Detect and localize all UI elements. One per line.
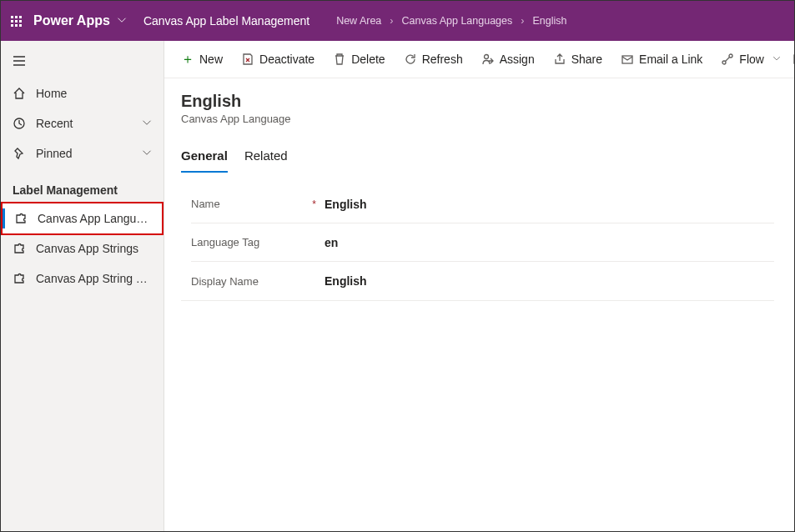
tab-general[interactable]: General — [181, 143, 228, 173]
deactivate-icon — [241, 53, 254, 66]
form: Name * English Language Tag en Display N… — [181, 185, 774, 301]
app-subtitle: Canvas App Label Management — [143, 14, 309, 28]
field-language-tag[interactable]: Language Tag en — [191, 223, 774, 262]
chevron-down-icon — [142, 117, 152, 130]
breadcrumb-item[interactable]: Canvas App Languages — [402, 15, 513, 27]
trash-icon — [333, 53, 346, 66]
sidebar-item-label: Pinned — [36, 147, 132, 160]
required-indicator: * — [312, 198, 316, 210]
breadcrumb-item[interactable]: English — [532, 15, 566, 27]
field-value: English — [325, 198, 367, 211]
command-label: Deactivate — [259, 53, 314, 66]
sidebar-item-home[interactable]: Home — [1, 78, 164, 108]
flow-button[interactable]: Flow — [712, 48, 789, 71]
puzzle-icon — [14, 212, 28, 225]
sidebar-item-strings[interactable]: Canvas App Strings — [1, 233, 164, 263]
assign-icon — [481, 53, 495, 66]
highlight-annotation: Canvas App Languag… — [1, 202, 164, 235]
puzzle-icon — [13, 242, 26, 255]
command-label: Flow — [739, 53, 764, 66]
flow-icon — [721, 53, 734, 66]
field-name[interactable]: Name * English — [191, 185, 774, 223]
home-icon — [13, 87, 26, 100]
tabs: General Related — [181, 143, 774, 173]
pin-icon — [13, 147, 26, 160]
breadcrumb-item[interactable]: New Area — [336, 15, 381, 27]
share-icon — [553, 53, 566, 66]
field-value: English — [325, 274, 367, 288]
sidebar-item-label: Home — [36, 87, 152, 100]
app-switcher[interactable]: Power Apps — [33, 13, 127, 28]
sidebar-item-label: Canvas App Languag… — [38, 212, 150, 225]
field-label-text: Display Name — [191, 275, 259, 288]
command-label: Email a Link — [639, 53, 702, 66]
sidebar-item-string-values[interactable]: Canvas App String V… — [1, 263, 164, 294]
app-launcher-icon[interactable] — [11, 16, 22, 27]
share-button[interactable]: Share — [545, 48, 611, 71]
tab-related[interactable]: Related — [244, 143, 288, 173]
app-name: Power Apps — [33, 13, 110, 28]
record-title: English — [181, 92, 774, 111]
email-link-button[interactable]: Email a Link — [612, 48, 711, 71]
assign-button[interactable]: Assign — [473, 48, 543, 71]
sidebar-group-header: Label Management — [1, 168, 164, 203]
plus-icon: ＋ — [181, 53, 194, 66]
command-label: Delete — [351, 53, 385, 66]
sidebar-item-languages[interactable]: Canvas App Languag… — [3, 203, 162, 233]
command-label: Share — [571, 53, 602, 66]
record-entity: Canvas App Language — [181, 113, 774, 125]
main-content: ＋ New Deactivate Delete Refresh — [164, 41, 794, 532]
sidebar-item-label: Canvas App Strings — [36, 242, 152, 255]
delete-button[interactable]: Delete — [325, 48, 393, 71]
puzzle-icon — [13, 272, 26, 285]
field-value: en — [325, 236, 338, 249]
app-header: Power Apps Canvas App Label Management N… — [1, 1, 794, 41]
command-label: Assign — [500, 53, 535, 66]
field-display-name[interactable]: Display Name English — [191, 262, 774, 300]
chevron-right-icon: › — [521, 15, 524, 27]
sidebar-item-pinned[interactable]: Pinned — [1, 138, 164, 168]
chevron-down-icon — [117, 15, 127, 28]
chevron-down-icon — [772, 54, 781, 64]
overflow-button[interactable] — [791, 48, 794, 71]
breadcrumb: New Area › Canvas App Languages › Englis… — [336, 15, 566, 27]
deactivate-button[interactable]: Deactivate — [233, 48, 323, 71]
field-label-text: Language Tag — [191, 236, 259, 248]
sidebar-item-label: Recent — [36, 117, 132, 130]
command-label: Refresh — [422, 53, 463, 66]
new-button[interactable]: ＋ New — [173, 48, 231, 71]
clock-icon — [13, 117, 26, 130]
command-bar: ＋ New Deactivate Delete Refresh — [164, 41, 794, 78]
sidebar-item-label: Canvas App String V… — [36, 272, 152, 285]
svg-point-1 — [484, 55, 488, 59]
mail-icon — [621, 53, 634, 66]
command-label: New — [199, 53, 223, 66]
refresh-icon — [404, 53, 417, 66]
word-icon — [792, 53, 794, 66]
sidebar-item-recent[interactable]: Recent — [1, 108, 164, 138]
field-label-text: Name — [191, 198, 220, 210]
chevron-right-icon: › — [390, 15, 393, 27]
svg-point-3 — [722, 61, 726, 64]
chevron-down-icon — [142, 147, 152, 160]
sidebar: Home Recent Pinned Label Management — [1, 41, 164, 532]
refresh-button[interactable]: Refresh — [395, 48, 471, 71]
svg-point-4 — [729, 54, 732, 58]
sidebar-toggle[interactable] — [1, 46, 164, 78]
